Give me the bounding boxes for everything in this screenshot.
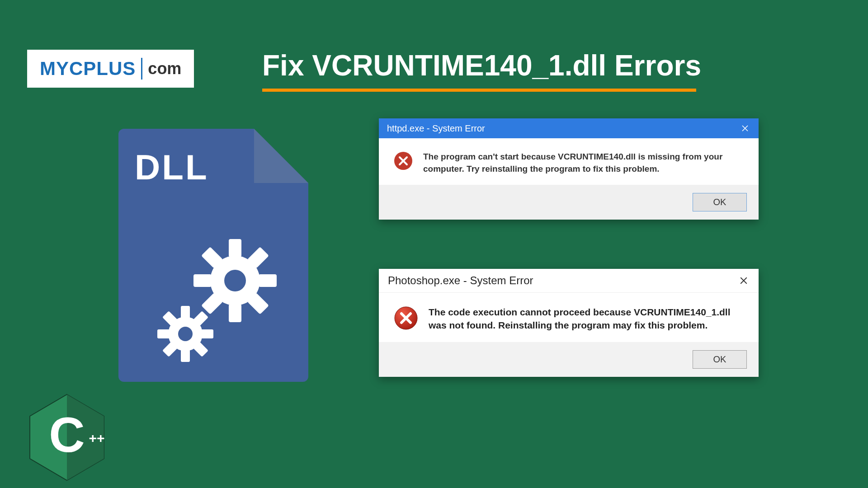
- svg-rect-1: [229, 239, 241, 257]
- dialog2-title-text: Photoshop.exe - System Error: [388, 274, 533, 287]
- dialog2-titlebar[interactable]: Photoshop.exe - System Error: [379, 269, 759, 293]
- dll-fold-corner: [254, 129, 308, 183]
- ok-button[interactable]: OK: [693, 350, 747, 369]
- svg-point-5: [178, 327, 193, 341]
- site-logo: MYCPLUS com: [27, 50, 194, 88]
- logo-divider: [141, 58, 142, 80]
- ok-button[interactable]: OK: [693, 193, 747, 211]
- cpp-letter: C: [49, 407, 85, 462]
- title-underline: [262, 89, 696, 92]
- error-dialog-photoshop: Photoshop.exe - System Error The code ex…: [379, 269, 759, 377]
- dll-file-icon: DLL: [118, 129, 308, 382]
- dll-label: DLL: [135, 147, 209, 188]
- dialog1-footer: OK: [379, 185, 759, 220]
- dialog2-footer: OK: [379, 342, 759, 377]
- dialog2-body: The code execution cannot proceed becaus…: [379, 293, 759, 342]
- dialog1-title-text: httpd.exe - System Error: [387, 123, 485, 134]
- close-icon[interactable]: [738, 275, 750, 286]
- logo-main-text: MYCPLUS: [40, 58, 136, 80]
- svg-rect-4: [181, 306, 190, 319]
- error-icon: [393, 151, 413, 171]
- error-dialog-httpd: httpd.exe - System Error The program can…: [379, 118, 759, 220]
- error-icon: [393, 305, 419, 331]
- cpp-plus: ++: [89, 431, 104, 446]
- close-icon[interactable]: [740, 123, 750, 134]
- dialog1-body: The program can't start because VCRUNTIM…: [379, 138, 759, 185]
- dialog1-titlebar[interactable]: httpd.exe - System Error: [379, 118, 759, 138]
- page-title: Fix VCRUNTIME140_1.dll Errors: [262, 49, 701, 82]
- svg-point-2: [224, 270, 246, 291]
- logo-sub-text: com: [148, 59, 181, 78]
- cpp-badge-icon: C ++: [17, 384, 117, 483]
- gears-icon: [149, 226, 294, 371]
- dialog1-message: The program can't start because VCRUNTIM…: [423, 151, 744, 175]
- dialog2-message: The code execution cannot proceed becaus…: [429, 305, 744, 332]
